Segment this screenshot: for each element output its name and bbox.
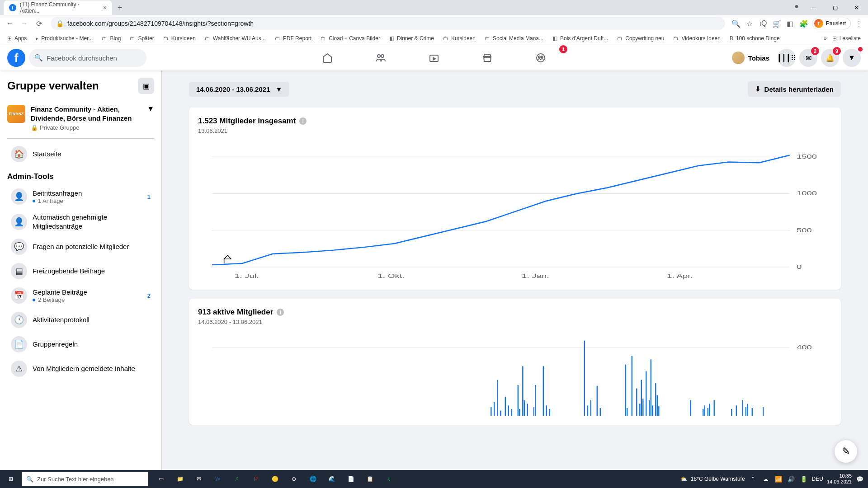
task-view-icon[interactable]: ▭ — [152, 470, 170, 488]
search-icon: 🔍 — [34, 54, 43, 62]
sidebar-item-requests[interactable]: 👤 Beitrittsanfragen 1 Anfrage 1 — [7, 185, 154, 208]
account-button[interactable]: ▼ — [843, 49, 861, 67]
chrome-profile[interactable]: T Pausiert — [812, 18, 851, 29]
bookmark-item[interactable]: 🗀Social Media Mana... — [481, 33, 547, 43]
sidebar-item-auto-approve[interactable]: 👤 Automatisch genehmigte Mitgliedsanträg… — [7, 209, 154, 234]
apps-button[interactable]: ⊞ Apps — [4, 33, 30, 43]
sidebar-item-activity[interactable]: 🕐 Aktivitätenprotokoll — [7, 308, 154, 332]
collapse-button[interactable]: ▣ — [138, 78, 154, 94]
app-icon[interactable]: 🟡 — [266, 470, 284, 488]
spotify-icon[interactable]: ♫ — [380, 470, 398, 488]
reading-list[interactable]: ⊟Leseliste — [829, 33, 864, 43]
sidebar-title: Gruppe verwalten — [7, 80, 99, 92]
powerpoint-icon[interactable]: P — [247, 470, 265, 488]
sidebar-home[interactable]: 🏠 Startseite — [7, 142, 154, 166]
notifications-button[interactable]: 🔔9 — [821, 49, 839, 67]
notifications-icon[interactable]: 💬 — [855, 474, 864, 483]
bookmark-item[interactable]: 🗀Wahlfächer WU Aus... — [201, 33, 269, 43]
sidebar-item-rules[interactable]: 📄 Gruppenregeln — [7, 333, 154, 356]
bookmark-item[interactable]: 🗀Cload + Canva Bilder — [317, 33, 384, 43]
app-icon[interactable]: 📄 — [342, 470, 360, 488]
edge-icon[interactable]: 🌊 — [323, 470, 341, 488]
bookmark-item[interactable]: 🗀Copywriting neu — [613, 33, 668, 43]
language-indicator[interactable]: DEU — [812, 476, 823, 482]
sidebar: Gruppe verwalten ▣ FINANZ Finanz Communi… — [0, 70, 162, 470]
sidebar-item-scheduled[interactable]: 📅 Geplante Beiträge 2 Beiträge 2 — [7, 284, 154, 307]
bookmark-item[interactable]: 🗀Blog — [98, 33, 124, 43]
obs-icon[interactable]: ⊙ — [285, 470, 303, 488]
svg-rect-55 — [658, 406, 659, 416]
sidebar-item-pending-posts[interactable]: ▤ Freizugebende Beiträge — [7, 259, 154, 283]
sidebar-item-reported[interactable]: ⚠ Von Mitgliedern gemeldete Inhalte — [7, 357, 154, 380]
sidebar-item-questions[interactable]: 💬 Fragen an potenzielle Mitglieder — [7, 235, 154, 258]
tray-chevron-icon[interactable]: ˄ — [749, 474, 758, 483]
reload-button[interactable]: ⟳ — [33, 17, 45, 30]
battery-icon[interactable]: 🔋 — [799, 474, 808, 483]
maximize-button[interactable]: ▢ — [825, 1, 845, 14]
chrome-icon[interactable]: 🌐 — [304, 470, 322, 488]
wifi-icon[interactable]: 📶 — [774, 474, 783, 483]
bookmark-item[interactable]: ◧Bois d'Argent Duft... — [549, 33, 612, 43]
excel-icon[interactable]: X — [228, 470, 246, 488]
profile-link[interactable]: Tobias — [730, 50, 774, 66]
bookmark-overflow[interactable]: » — [824, 35, 827, 42]
explorer-icon[interactable]: 📁 — [171, 470, 189, 488]
search-icon[interactable]: 🔍 — [731, 18, 741, 29]
url-input[interactable]: 🔒 facebook.com/groups/214827109704148/in… — [51, 17, 725, 30]
word-icon[interactable]: W — [209, 470, 227, 488]
nav-friends[interactable] — [356, 47, 406, 69]
bookmark-item[interactable]: B100 schöne Dinge — [726, 33, 783, 43]
chrome-menu-dot[interactable]: ● — [791, 1, 802, 12]
nav-groups[interactable]: 1 — [516, 47, 566, 69]
bookmark-item[interactable]: 🗀PDF Report — [271, 33, 315, 43]
close-window-button[interactable]: ✕ — [846, 1, 867, 14]
forward-button[interactable]: → — [18, 17, 31, 30]
weather-icon[interactable]: ⛅ — [680, 476, 687, 482]
volume-icon[interactable]: 🔊 — [787, 474, 796, 483]
bookmark-item[interactable]: 🗀Später — [126, 33, 157, 43]
bookmark-item[interactable]: 🗀Kursideen — [160, 33, 199, 43]
minimize-button[interactable]: — — [803, 1, 824, 14]
browser-tab[interactable]: f (11) Finanz Community - Aktien... × — [4, 0, 112, 15]
compose-button[interactable]: ✎ — [835, 440, 857, 463]
new-tab-button[interactable]: + — [112, 3, 128, 13]
mail-icon[interactable]: ✉ — [190, 470, 208, 488]
nav-home[interactable] — [302, 47, 352, 69]
date-range-dropdown[interactable]: 14.06.2020 - 13.06.2021 ▼ — [189, 82, 289, 97]
bookmark-item[interactable]: 🗀Videokurs Ideen — [670, 33, 724, 43]
bookmark-item[interactable]: ◧Dinner & Crime — [386, 33, 438, 43]
nav-marketplace[interactable] — [462, 47, 512, 69]
kebab-menu-icon[interactable]: ⋮ — [854, 18, 864, 29]
extension-icon[interactable]: ıQ — [758, 18, 769, 29]
dot-icon — [33, 200, 35, 202]
taskbar-search[interactable]: 🔍 Zur Suche Text hier eingeben — [22, 472, 148, 486]
search-input[interactable]: 🔍 Facebook durchsuchen — [29, 49, 146, 67]
nav-watch[interactable] — [409, 47, 459, 69]
weather-text[interactable]: 18°C Gelbe Warnstufe — [691, 476, 745, 482]
back-button[interactable]: ← — [4, 17, 16, 30]
clock[interactable]: 10:35 14.06.2021 — [827, 473, 852, 485]
svg-rect-43 — [627, 408, 627, 416]
bookmark-item[interactable]: ▸Produktsuche - Mer... — [32, 33, 96, 43]
download-button[interactable]: ⬇ Details herunterladen — [748, 81, 841, 97]
bar-chart[interactable]: 400 — [198, 334, 832, 416]
app-icon[interactable]: 📋 — [361, 470, 379, 488]
start-button[interactable]: ⊞ — [0, 470, 22, 488]
facebook-logo[interactable]: f — [7, 49, 25, 67]
svg-point-0 — [377, 55, 380, 57]
info-icon[interactable]: i — [277, 309, 284, 316]
bookmark-item[interactable]: 🗀Kursideen — [439, 33, 479, 43]
line-chart[interactable]: 0500100015001. Jul.1. Okt.1. Jan.1. Apr. — [198, 145, 832, 281]
folder-icon: 🗀 — [205, 35, 210, 42]
info-icon[interactable]: i — [299, 117, 307, 125]
onedrive-icon[interactable]: ☁ — [761, 474, 770, 483]
extensions-puzzle-icon[interactable]: 🧩 — [798, 18, 809, 29]
group-selector[interactable]: FINANZ Finanz Community - Aktien, Divide… — [7, 101, 154, 135]
svg-text:0: 0 — [797, 264, 802, 271]
close-icon[interactable]: × — [103, 4, 107, 11]
messenger-button[interactable]: ✉2 — [799, 49, 817, 67]
menu-button[interactable]: ┃┃┃⠿ — [778, 49, 796, 67]
extension-icon[interactable]: ◧ — [785, 18, 796, 29]
extension-icon[interactable]: 🛒 — [771, 18, 782, 29]
star-icon[interactable]: ☆ — [744, 18, 755, 29]
